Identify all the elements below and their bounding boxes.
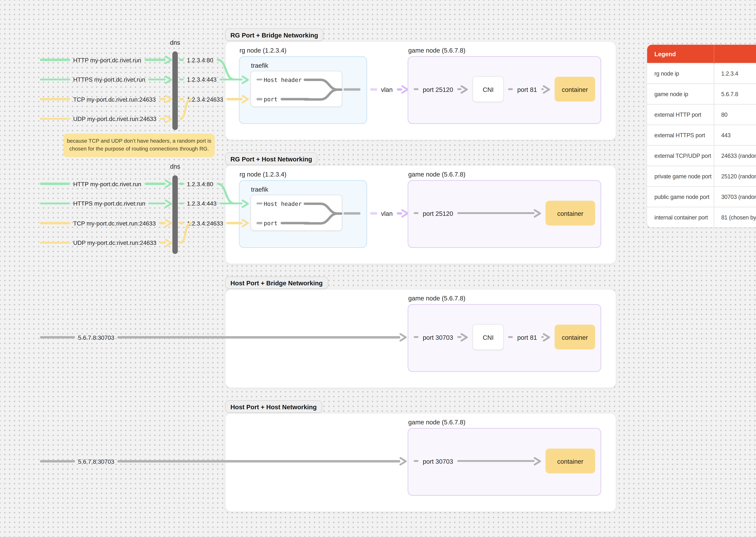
legend-table: Legend Range rg node ip 1.2.3.4 game nod… [647, 45, 756, 227]
game-node-flow: port 30703 container [414, 449, 595, 474]
legend-row: internal container port 81 (chosen by us… [647, 207, 756, 227]
dns-resolved-label: 1.2.3.4:80 [187, 57, 213, 63]
node-port-label: port 30703 [423, 333, 453, 341]
connector-line [40, 59, 70, 61]
arrowhead-icon [460, 84, 468, 94]
note-line: chosen for the purpose of routing connec… [66, 145, 212, 153]
legend-cell: private game node port [647, 166, 714, 186]
arrowhead-icon [542, 332, 550, 342]
section-title: Host Port + Bridge Networking [231, 279, 323, 286]
connector-line [40, 78, 70, 81]
dns-request-label: TCP my-port.dc.rivet.run:24633 [73, 220, 156, 227]
dns-request-row: HTTPS my-port.dc.rivet.run [40, 199, 172, 208]
game-node-label: game node (5.6.7.8) [408, 418, 465, 426]
arrow [148, 75, 172, 84]
arrow [220, 75, 249, 84]
arrowhead-icon [399, 456, 407, 466]
route-merge-curve [304, 200, 342, 226]
connector-line [344, 212, 360, 214]
section-title-pill: Host Port + Bridge Networking [225, 276, 328, 289]
legend-header-cell [714, 45, 756, 63]
external-address-label: 5.6.7.8:30703 [78, 458, 114, 465]
container-box: container [546, 449, 595, 474]
legend-cell: 30703 (randomly chosen per configured ho… [714, 186, 756, 207]
legend-cell: 25120 (randomly chosen per configured GG… [714, 166, 756, 186]
arrow [159, 114, 172, 124]
arrow [457, 332, 468, 342]
arrow [117, 456, 407, 466]
game-node-flow: port 30703 CNI port 81 container [414, 325, 595, 350]
node-port-label: port 30703 [423, 457, 453, 465]
host-header-label: Host header [264, 200, 302, 207]
dns-label: dns [161, 39, 189, 46]
connector-line [40, 460, 75, 462]
dns-request-label: TCP my-port.dc.rivet.run:24633 [73, 96, 156, 103]
container-label: container [562, 333, 588, 341]
dns-request-row: HTTP my-port.dc.rivet.run [40, 55, 172, 65]
container-box: container [555, 325, 595, 350]
container-label: container [557, 210, 583, 217]
dns-request-label: UDP my-port.dc.rivet.run:24633 [73, 239, 156, 246]
merge-curve [179, 97, 192, 121]
arrowhead-icon [164, 179, 172, 188]
connector-line [40, 202, 70, 204]
legend-row: external HTTP port 80 [647, 104, 756, 125]
connector-line [40, 118, 70, 120]
connector-stub [179, 59, 184, 61]
legend-cell: external HTTPS port [647, 125, 714, 145]
arrowhead-icon [241, 94, 249, 104]
container-label: container [557, 457, 583, 465]
section-title-pill: RG Port + Host Networking [225, 152, 317, 165]
host-header-label: Host header [264, 76, 302, 83]
dns-request-row: HTTP my-port.dc.rivet.run [40, 179, 172, 188]
arrowhead-icon [241, 218, 249, 228]
container-box: container [555, 77, 595, 102]
container-port-label: port 81 [517, 333, 537, 341]
arrow [159, 94, 172, 104]
dns-label: dns [161, 163, 189, 170]
arrow [541, 84, 550, 94]
arrowhead-icon [241, 199, 249, 208]
dns-resolved-row: 1.2.3.4:80 [179, 179, 235, 188]
connector-stub [508, 88, 513, 90]
dns-bar [172, 175, 178, 254]
traefik-port-label: port [264, 220, 277, 227]
arrow [457, 84, 468, 94]
section-title-pill: Host Port + Host Networking [225, 400, 322, 413]
legend-cell: external TCP/UDP port [647, 145, 714, 166]
dns-group-1: dns HTTP my-port.dc.rivet.run HTTPS my-p… [0, 0, 260, 145]
connector-stub [179, 183, 184, 185]
diagram-canvas: RG Port + Bridge Networking rg node (1.2… [0, 0, 756, 537]
vlan-label: vlan [381, 86, 393, 93]
connector-stub [414, 88, 419, 90]
arrow [457, 456, 541, 466]
container-label: container [562, 86, 588, 93]
legend-cell: rg node ip [647, 63, 714, 84]
route-merge-curve [304, 76, 342, 102]
dns-request-label: HTTPS my-port.dc.rivet.run [73, 200, 145, 207]
legend-header-cell: Legend [647, 45, 714, 63]
external-address-label: 5.6.7.8:30703 [78, 334, 114, 341]
annotation-note: because TCP and UDP don’t have headers, … [63, 134, 215, 157]
arrow [144, 55, 172, 65]
arrowhead-icon [399, 333, 407, 342]
node-port-label: port 25120 [423, 86, 453, 93]
legend-cell: 5.6.7.8 [714, 84, 756, 104]
game-node-flow: port 25120 container [414, 201, 595, 226]
arrowhead-icon [164, 75, 172, 84]
vlan-stub [370, 212, 377, 214]
dns-request-label: HTTP my-port.dc.rivet.run [73, 57, 141, 63]
connector-stub [508, 336, 513, 338]
arrowhead-icon [164, 55, 172, 65]
dns-request-row: TCP my-port.dc.rivet.run:24633 [40, 218, 172, 228]
legend-cell: 443 [714, 125, 756, 145]
legend-row: rg node ip 1.2.3.4 [647, 63, 756, 84]
node-port-label: port 25120 [423, 210, 453, 217]
cni-label: CNI [483, 86, 494, 93]
section-title-pill: RG Port + Bridge Networking [225, 28, 323, 41]
arrow [226, 218, 249, 228]
dns-request-label: UDP my-port.dc.rivet.run:24633 [73, 115, 156, 122]
dns-bar [172, 51, 178, 130]
legend-cell: public game node port [647, 186, 714, 207]
dns-request-row: UDP my-port.dc.rivet.run:24633 [40, 238, 172, 248]
